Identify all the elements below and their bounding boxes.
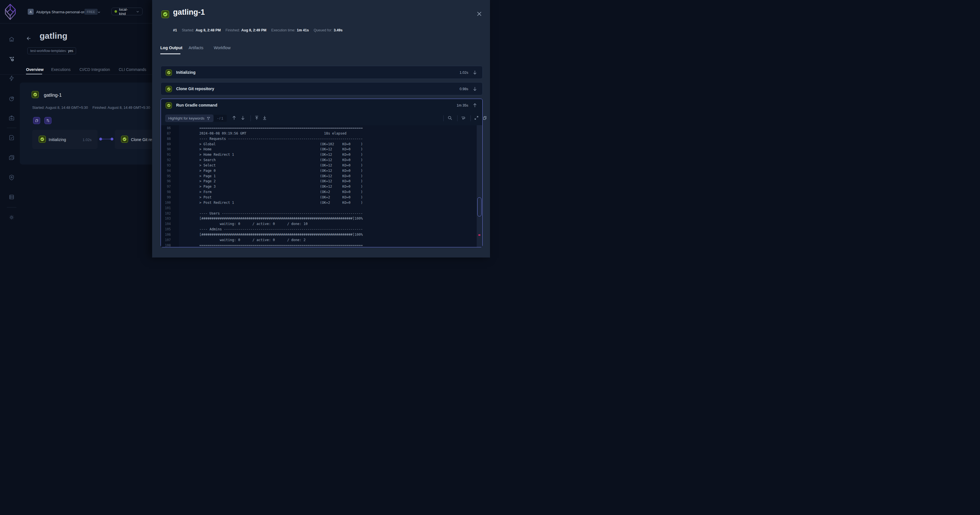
step-duration: 0.98s xyxy=(460,87,468,91)
step-label: Initializing xyxy=(176,70,196,75)
execution-finished: Finished: August 8, 14:49 GMT+5:30 xyxy=(92,106,150,110)
highlight-keywords-filter[interactable]: Highlight for keywords xyxy=(165,114,213,122)
log-text: (OK=12 KO=0 ) xyxy=(320,168,363,173)
line-number: 97 xyxy=(161,184,171,189)
workflow-label-tag: test-workflow-templates: yes xyxy=(27,48,76,54)
log-output-viewport[interactable]: 86======================================… xyxy=(161,125,482,247)
log-line: 97> Page 3(OK=12 KO=0 ) xyxy=(161,184,482,189)
search-icon[interactable] xyxy=(447,115,452,121)
app-logo[interactable] xyxy=(4,3,16,21)
step-initializing[interactable]: Initializing 1.02s xyxy=(161,66,483,79)
collapse-arrow-icon[interactable] xyxy=(473,103,477,108)
passed-status-icon xyxy=(166,86,172,92)
step-clone-git-repository[interactable]: Clone Git repository 0.98s xyxy=(161,82,483,95)
close-icon[interactable] xyxy=(476,11,482,17)
log-text: [#######################################… xyxy=(199,232,363,237)
log-text: / active: 0 xyxy=(253,237,275,243)
tab-log-output[interactable]: Log Output xyxy=(160,46,182,50)
line-number: 95 xyxy=(161,173,171,179)
log-toolbar: Highlight for keywords - / 1 xyxy=(161,113,482,125)
back-button[interactable] xyxy=(26,36,32,41)
log-text: > Post Redirect 1 xyxy=(199,200,234,205)
line-number: 104 xyxy=(161,221,171,227)
sidebar-item-insights[interactable] xyxy=(8,95,15,102)
env-name: local-kind xyxy=(119,7,134,16)
workflow-node-initializing[interactable]: Initializing 1.02s xyxy=(32,130,97,149)
scroll-to-top-icon[interactable] xyxy=(254,115,259,121)
execution-details-drawer: gatling-1 #1 Started:Aug 8, 2:48 PM Fini… xyxy=(152,0,490,258)
sidebar-item-health[interactable] xyxy=(8,115,15,122)
previous-match-icon[interactable] xyxy=(232,115,237,121)
execution-number: #1 xyxy=(173,28,177,32)
execution-name[interactable]: gatling-1 xyxy=(44,92,62,98)
tab-cicd-integration[interactable]: CI/CD Integration xyxy=(80,67,110,72)
tab-workflow[interactable]: Workflow xyxy=(214,46,231,50)
log-text: > Page 3 xyxy=(199,184,216,189)
copy-logs-icon[interactable] xyxy=(482,115,487,121)
log-text: (OK=102 KO=0 ) xyxy=(320,141,363,147)
toolbar-divider xyxy=(250,115,251,121)
step-duration: 1m 35s xyxy=(457,103,468,107)
log-line: 95> Page 1(OK=12 KO=0 ) xyxy=(161,173,482,179)
expand-arrow-icon[interactable] xyxy=(473,70,477,75)
tab-overview[interactable]: Overview xyxy=(26,67,43,72)
sidebar-item-workflows[interactable] xyxy=(8,56,15,62)
sidebar-item-triggers[interactable] xyxy=(8,75,15,82)
sidebar-item-webhooks[interactable] xyxy=(8,174,15,181)
log-text: ---- Requests --------------------------… xyxy=(199,136,363,141)
sidebar-item-tests[interactable] xyxy=(8,134,15,141)
line-number: 90 xyxy=(161,147,171,152)
next-match-icon[interactable] xyxy=(240,115,245,121)
log-text: ========================================… xyxy=(199,243,363,247)
passed-status-icon xyxy=(166,102,172,108)
log-line: 100> Post Redirect 1(OK=2 KO=0 ) xyxy=(161,200,482,205)
line-number: 96 xyxy=(161,179,171,184)
org-name[interactable]: Atulpriya Sharma-personal-org xyxy=(36,10,86,14)
passed-status-icon xyxy=(121,136,128,143)
log-text: (OK=12 KO=0 ) xyxy=(320,157,363,163)
line-number: 102 xyxy=(161,211,171,216)
toolbar-divider xyxy=(443,115,444,121)
log-line: 101 xyxy=(161,205,482,211)
tab-cli-commands[interactable]: CLI Commands xyxy=(119,67,146,72)
log-text: (OK=2 KO=0 ) xyxy=(320,189,363,195)
log-text: [#######################################… xyxy=(199,216,363,221)
execution-started: Started: August 8, 14:48 GMT+5:30 xyxy=(32,106,88,110)
sidebar-item-executors[interactable] xyxy=(8,194,15,200)
tag-key: test-workflow-templates: xyxy=(30,49,67,53)
log-scrollbar-thumb[interactable] xyxy=(477,197,482,216)
log-text: (OK=2 KO=0 ) xyxy=(320,200,363,205)
log-scrollbar-track[interactable] xyxy=(477,125,482,247)
scroll-to-bottom-icon[interactable] xyxy=(262,115,267,121)
sidebar-item-settings[interactable] xyxy=(8,214,15,221)
compare-execution-button[interactable] xyxy=(45,117,51,124)
copy-execution-button[interactable] xyxy=(33,117,40,124)
log-text: > Page 1 xyxy=(199,173,216,179)
sidebar-item-dashboard[interactable] xyxy=(8,36,15,43)
tab-artifacts[interactable]: Artifacts xyxy=(189,46,203,50)
log-text: ---- Admins ----------------------------… xyxy=(199,227,363,232)
log-text: > Search xyxy=(199,157,216,163)
chevron-down-icon[interactable] xyxy=(97,10,101,14)
environment-selector[interactable]: local-kind xyxy=(111,8,143,15)
passed-status-icon xyxy=(39,136,46,143)
tabs-divider xyxy=(0,74,175,75)
line-number: 94 xyxy=(161,168,171,173)
org-avatar: A xyxy=(28,9,33,15)
log-line: 872024-08-08 09:19:56 GMT18s elapsed xyxy=(161,131,482,136)
sidebar-divider xyxy=(7,128,16,128)
log-text: > Form xyxy=(199,189,212,195)
tab-executions[interactable]: Executions xyxy=(51,67,70,72)
log-text: / active: 0 xyxy=(253,221,275,227)
log-text: ---- Users -----------------------------… xyxy=(199,211,363,216)
fullscreen-icon[interactable] xyxy=(474,115,479,121)
highlight-keywords-label: Highlight for keywords xyxy=(168,116,204,121)
log-line: 88---- Requests ------------------------… xyxy=(161,136,482,141)
word-wrap-icon[interactable] xyxy=(461,115,466,121)
node-connector xyxy=(102,139,110,139)
log-lines: 86======================================… xyxy=(161,126,482,247)
sidebar-item-test-suites[interactable] xyxy=(8,154,15,161)
log-text: > Home Redirect 1 xyxy=(199,152,234,157)
expand-arrow-icon[interactable] xyxy=(473,86,477,91)
log-line: 89> Global(OK=102 KO=0 ) xyxy=(161,141,482,147)
